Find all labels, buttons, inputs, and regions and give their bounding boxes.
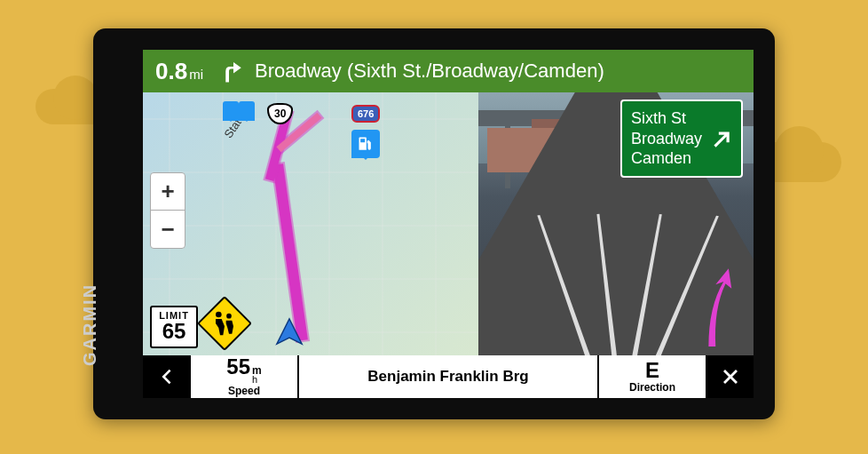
zoom-out-button[interactable]: − [151, 211, 185, 248]
turn-right-icon [216, 58, 242, 84]
svg-point-1 [226, 314, 232, 319]
vehicle-marker-icon [274, 316, 304, 346]
speed-unit-h: h [252, 376, 262, 385]
current-road-name[interactable]: Benjamin Franklin Brg [299, 355, 597, 398]
close-icon [720, 366, 741, 387]
distance-unit: mi [189, 67, 203, 82]
gas-station-icon[interactable] [351, 130, 380, 158]
poi-pin[interactable] [239, 101, 255, 121]
exit-sign-line: Camden [631, 148, 702, 169]
brand-label: GARMIN [80, 283, 100, 366]
direction-label: Direction [629, 381, 675, 394]
gps-device: GARMIN 0.8mi Broadway (Sixth St./Broadwa… [93, 28, 775, 419]
poi-pin[interactable] [223, 101, 239, 121]
speed-card[interactable]: 55 m h Speed [191, 355, 297, 398]
speed-limit-value: 65 [152, 321, 196, 342]
chevron-left-icon [156, 367, 176, 386]
map-view[interactable]: State 30 676 + − LIMIT 65 [143, 92, 478, 355]
highway-exit-sign: Sixth St Broadway Camden [620, 100, 743, 178]
bottom-bar: 55 m h Speed Benjamin Franklin Brg E Dir… [143, 355, 754, 398]
interstate-shield: 676 [351, 105, 380, 123]
close-button[interactable] [707, 355, 754, 398]
zoom-in-button[interactable]: + [151, 173, 185, 211]
speed-value: 55 [226, 356, 250, 378]
arrow-up-right-icon [709, 127, 732, 150]
next-street-name: Broadway (Sixth St./Broadway/Camden) [255, 60, 604, 83]
distance-to-turn: 0.8mi [155, 58, 203, 85]
turn-instruction-bar[interactable]: 0.8mi Broadway (Sixth St./Broadway/Camde… [143, 50, 754, 92]
speed-limit-sign[interactable]: LIMIT 65 [150, 306, 198, 348]
lane-arrow-icon [691, 267, 736, 346]
device-screen: 0.8mi Broadway (Sixth St./Broadway/Camde… [143, 50, 754, 398]
exit-sign-line: Broadway [631, 129, 702, 149]
direction-card[interactable]: E Direction [599, 355, 706, 398]
exit-sign-line: Sixth St [631, 108, 702, 129]
distance-value: 0.8 [155, 58, 187, 84]
lane-assist-view[interactable]: Sixth St Broadway Camden [478, 92, 754, 355]
direction-value: E [645, 360, 659, 381]
speed-label: Speed [228, 385, 260, 397]
back-button[interactable] [143, 355, 189, 398]
svg-point-0 [216, 312, 222, 318]
zoom-controls: + − [150, 172, 185, 249]
